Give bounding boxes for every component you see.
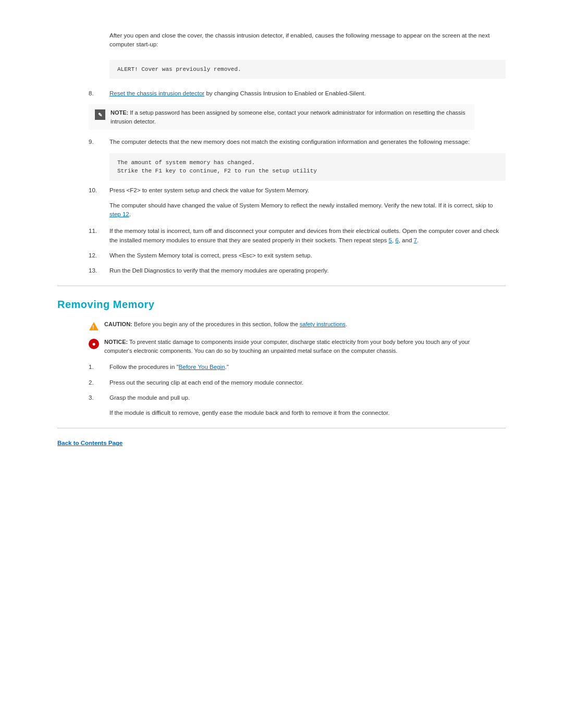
rm-sub-text: If the module is difficult to remove, ge… <box>109 409 506 417</box>
step-9-number: 9. <box>89 138 109 146</box>
code-box: The amount of system memory has changed.… <box>109 153 506 181</box>
caution-period: . <box>346 321 347 327</box>
rm-step-2-content: Press out the securing clip at each end … <box>109 378 506 387</box>
rm-step-2-number: 2. <box>89 378 109 387</box>
rm-step-1-after: ." <box>225 364 228 370</box>
alert-message: ALERT! Cover was previously removed. <box>117 66 241 72</box>
rm-step-3: 3. Grasp the module and pull up. <box>89 393 506 402</box>
notice-text: NOTICE: To prevent static damage to comp… <box>104 338 474 355</box>
intro-text: After you open and close the cover, the … <box>109 31 506 50</box>
code-line-1: The amount of system memory has changed. <box>117 158 498 167</box>
rm-step-3-number: 3. <box>89 393 109 402</box>
steps-9-13-list: 9. The computer detects that the new mem… <box>89 138 506 146</box>
step-13: 13. Run the Dell Diagnostics to verify t… <box>89 266 506 275</box>
removing-memory-heading: Removing Memory <box>57 297 506 312</box>
step-11-comma: , <box>392 237 394 243</box>
notice-label: NOTICE: <box>104 339 128 345</box>
back-link-container: Back to Contents Page <box>57 439 506 448</box>
step-12: 12. When the System Memory total is corr… <box>89 251 506 260</box>
sub-text-step12: The computer should have changed the val… <box>109 201 506 219</box>
step-11: 11. If the memory total is incorrect, tu… <box>89 227 506 245</box>
section-divider-2 <box>57 428 506 428</box>
rm-step-2: 2. Press out the securing clip at each e… <box>89 378 506 387</box>
step-11-text: If the memory total is incorrect, turn o… <box>109 228 499 243</box>
reset-chassis-link[interactable]: Reset the chassis intrusion detector <box>109 90 204 96</box>
caution-box: CAUTION: Before you begin any of the pro… <box>89 320 474 331</box>
rm-step-1-before: Follow the procedures in " <box>109 364 179 370</box>
removing-steps-list: 1. Follow the procedures in "Before You … <box>89 363 506 402</box>
note-label: NOTE: <box>111 109 128 116</box>
sub-text-before: The computer should have changed the val… <box>109 202 493 208</box>
step-13-number: 13. <box>89 266 109 275</box>
before-you-begin-link[interactable]: Before You Begin <box>179 364 225 370</box>
step-11-and: , and <box>399 237 412 243</box>
step-10-content: Press <F2> to enter system setup and che… <box>109 186 506 195</box>
step-10: 10. Press <F2> to enter system setup and… <box>89 186 506 195</box>
step-11-number: 11. <box>89 227 109 245</box>
step-8: 8. Reset the chassis intrusion detector … <box>89 89 506 98</box>
back-to-contents-link[interactable]: Back to Contents Page <box>57 440 123 446</box>
removing-memory-section: Removing Memory CAUTION: Before you begi… <box>57 297 506 417</box>
caution-triangle <box>89 322 99 330</box>
rm-step-1-content: Follow the procedures in "Before You Beg… <box>109 363 506 372</box>
step-9-content: The computer detects that the new memory… <box>109 138 506 146</box>
step-12-content: When the System Memory total is correct,… <box>109 251 506 260</box>
page-container: After you open and close the cover, the … <box>47 0 516 469</box>
step-8-number: 8. <box>89 89 109 98</box>
step-11-period: . <box>417 237 419 243</box>
step-8-content: Reset the chassis intrusion detector by … <box>109 89 506 98</box>
caution-label: CAUTION: <box>104 321 132 327</box>
step-8-after: by changing Chassis Intrusion to Enabled… <box>204 90 365 96</box>
notice-box: ● NOTICE: To prevent static damage to co… <box>89 338 474 355</box>
caution-text: CAUTION: Before you begin any of the pro… <box>104 320 347 329</box>
caution-body: Before you begin any of the procedures i… <box>132 321 298 327</box>
step-11-content: If the memory total is incorrect, turn o… <box>109 227 506 245</box>
note-icon: ✎ <box>95 109 105 120</box>
step-10-number: 10. <box>89 186 109 195</box>
rm-step-1: 1. Follow the procedures in "Before You … <box>89 363 506 372</box>
rm-step-1-number: 1. <box>89 363 109 372</box>
note-box: ✎ NOTE: If a setup password has been ass… <box>89 104 474 130</box>
section-divider-1 <box>57 286 506 286</box>
steps-10-list: 10. Press <F2> to enter system setup and… <box>89 186 506 195</box>
code-line-2: Strike the F1 key to continue, F2 to run… <box>117 167 498 176</box>
caution-icon <box>89 321 99 331</box>
alert-box: ALERT! Cover was previously removed. <box>109 60 506 79</box>
notice-body: To prevent static damage to components i… <box>104 339 470 354</box>
step-12-link[interactable]: step 12 <box>109 211 129 217</box>
step-13-content: Run the Dell Diagnostics to verify that … <box>109 266 506 275</box>
safety-instructions-link[interactable]: safety instructions <box>300 321 346 327</box>
step-12-number: 12. <box>89 251 109 260</box>
note-content: If a setup password has been assigned by… <box>111 109 466 125</box>
main-steps-list: 8. Reset the chassis intrusion detector … <box>89 89 506 98</box>
step-9: 9. The computer detects that the new mem… <box>89 138 506 146</box>
steps-11-13-list: 11. If the memory total is incorrect, tu… <box>89 227 506 275</box>
rm-step-3-content: Grasp the module and pull up. <box>109 393 506 402</box>
sub-text-after: . <box>129 211 131 217</box>
notice-icon: ● <box>89 339 99 349</box>
note-text: NOTE: If a setup password has been assig… <box>111 108 468 126</box>
